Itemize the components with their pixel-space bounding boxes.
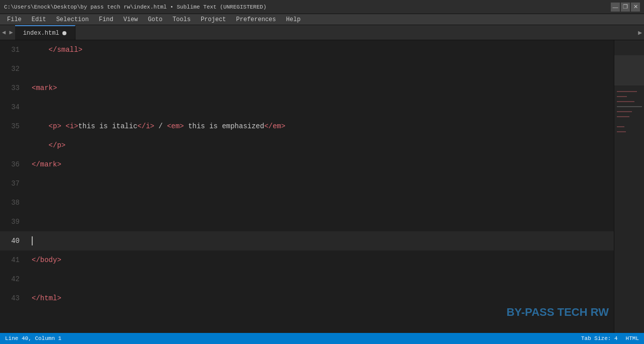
svg-rect-4 — [617, 111, 632, 112]
table-row: 41 </body> — [0, 250, 644, 270]
line-content[interactable]: </body> — [28, 250, 644, 270]
tab-label: index.html — [23, 30, 59, 37]
cursor-position: Line 40, Column 1 — [5, 335, 61, 341]
line-content[interactable] — [28, 98, 644, 117]
text-cursor — [32, 236, 33, 245]
table-row: 40 — [0, 231, 644, 250]
title-path: C:\Users\Enock\Desktop\by pass tech rw\i… — [4, 4, 267, 10]
line-number: 31 — [0, 40, 28, 59]
menu-file[interactable]: File — [2, 15, 27, 24]
tab-nav-left[interactable]: ◀ ▶ — [0, 25, 15, 40]
line-number: 36 — [0, 155, 28, 174]
minimize-button[interactable]: — — [611, 3, 620, 12]
tab-spacer — [75, 25, 636, 40]
line-content[interactable]: </small> — [28, 40, 644, 59]
status-left: Line 40, Column 1 — [5, 335, 61, 341]
line-number: 43 — [0, 289, 28, 308]
menu-tools[interactable]: Tools — [168, 15, 196, 24]
code-lines: 31 </small> 32 33 <mark> 34 35 <p> <i>th… — [0, 40, 644, 333]
line-number: 34 — [0, 98, 28, 117]
line-number: 37 — [0, 174, 28, 193]
close-button[interactable]: ✕ — [631, 3, 640, 12]
menu-help[interactable]: Help — [281, 15, 306, 24]
table-row: </p> — [0, 136, 644, 155]
line-content[interactable]: </html> — [28, 289, 644, 308]
menu-bar: File Edit Selection Find View Goto Tools… — [0, 14, 644, 25]
menu-goto[interactable]: Goto — [143, 15, 168, 24]
window-controls: — ❐ ✕ — [611, 3, 640, 12]
line-number: 41 — [0, 250, 28, 270]
table-row: 36 </mark> — [0, 155, 644, 174]
menu-selection[interactable]: Selection — [51, 15, 94, 24]
maximize-button[interactable]: ❐ — [621, 3, 630, 12]
tab-size-label[interactable]: Tab Size: 4 — [581, 335, 618, 341]
line-number: 39 — [0, 212, 28, 231]
menu-find[interactable]: Find — [94, 15, 118, 24]
svg-rect-0 — [617, 91, 637, 92]
line-content[interactable]: </p> — [28, 136, 644, 155]
table-row: 42 — [0, 270, 644, 289]
line-content[interactable] — [28, 231, 644, 250]
minimap — [614, 40, 644, 333]
menu-view[interactable]: View — [118, 15, 143, 24]
line-content[interactable] — [28, 59, 644, 78]
tab-bar: ◀ ▶ index.html ▶ — [0, 25, 644, 40]
table-row: 39 — [0, 212, 644, 231]
line-content[interactable]: </mark> — [28, 155, 644, 174]
menu-edit[interactable]: Edit — [27, 15, 51, 24]
table-row: 35 <p> <i>this is italic</i> / <em> this… — [0, 117, 644, 136]
line-number: 35 — [0, 117, 28, 136]
svg-rect-5 — [617, 116, 629, 117]
table-row: 34 — [0, 98, 644, 117]
table-row: 31 </small> — [0, 40, 644, 59]
line-content[interactable]: <p> <i>this is italic</i> / <em> this is… — [28, 117, 644, 136]
tab-nav-right[interactable]: ▶ — [636, 25, 644, 40]
table-row: 38 — [0, 193, 644, 212]
line-number: 38 — [0, 193, 28, 212]
line-content[interactable] — [28, 270, 644, 289]
svg-rect-1 — [617, 96, 627, 97]
svg-rect-2 — [617, 101, 634, 102]
tab-modified-dot — [62, 31, 66, 35]
svg-rect-6 — [617, 126, 624, 127]
line-number: 32 — [0, 59, 28, 78]
table-row: 33 <mark> — [0, 78, 644, 98]
svg-rect-7 — [617, 131, 626, 132]
line-number: 33 — [0, 78, 28, 98]
status-right: Tab Size: 4 HTML — [581, 335, 639, 341]
line-content[interactable] — [28, 174, 644, 193]
line-content[interactable] — [28, 193, 644, 212]
line-content[interactable]: <mark> — [28, 78, 644, 98]
svg-rect-3 — [617, 106, 642, 107]
line-content[interactable] — [28, 212, 644, 231]
title-bar: C:\Users\Enock\Desktop\by pass tech rw\i… — [0, 0, 644, 14]
title-text: C:\Users\Enock\Desktop\by pass tech rw\i… — [4, 4, 267, 10]
menu-project[interactable]: Project — [196, 15, 231, 24]
table-row: 37 — [0, 174, 644, 193]
status-bar: Line 40, Column 1 Tab Size: 4 HTML — [0, 333, 644, 344]
table-row: 32 — [0, 59, 644, 78]
editor-area: 31 </small> 32 33 <mark> 34 35 <p> <i>th… — [0, 40, 644, 333]
line-number: 42 — [0, 270, 28, 289]
tab-index-html[interactable]: index.html — [15, 25, 75, 40]
menu-preferences[interactable]: Preferences — [231, 15, 281, 24]
line-number: 40 — [0, 231, 28, 250]
table-row: 43 </html> — [0, 289, 644, 308]
syntax-label[interactable]: HTML — [626, 335, 639, 341]
line-number — [0, 136, 28, 155]
minimap-svg — [614, 40, 644, 333]
